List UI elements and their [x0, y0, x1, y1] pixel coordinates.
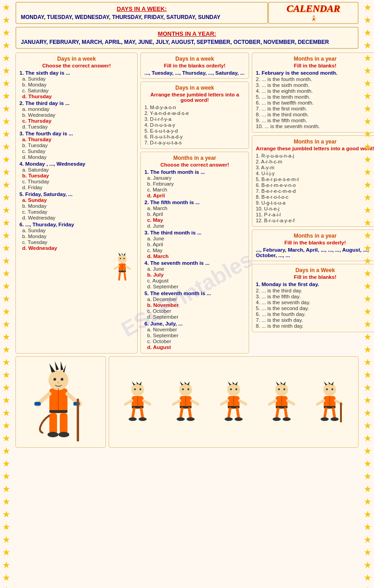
- star: ★: [364, 192, 372, 203]
- ex7-q2: 2. ... is the third day.: [256, 288, 374, 293]
- ex5-w5: 5. B-e-r-p-e-s-e-m-t: [256, 177, 374, 182]
- ex1-q2-a: a. monnday: [22, 106, 134, 112]
- star: ★: [2, 496, 10, 507]
- svg-marker-3: [313, 15, 313, 16]
- ex2-subtitle: Fill in the blanks orderly!: [144, 63, 245, 68]
- svg-point-7: [314, 17, 314, 17]
- goku-big-bottom: [15, 356, 106, 448]
- svg-point-77: [187, 417, 195, 421]
- ex5-w10: 10. U-n-e-j: [256, 206, 374, 211]
- star: ★: [364, 306, 372, 317]
- svg-line-36: [40, 394, 49, 402]
- svg-line-87: [221, 401, 228, 404]
- svg-line-22: [115, 266, 119, 269]
- exercise-5-box: Months in a year Arrange these jumbled l…: [252, 135, 374, 227]
- star: ★: [364, 293, 372, 304]
- exercise-2a-box: Days in a week Fill in the blanks orderl…: [140, 53, 249, 79]
- star: ★: [364, 103, 372, 114]
- svg-rect-35: [49, 410, 67, 413]
- star: ★: [2, 78, 10, 89]
- ex5-w9: 9. U-g-t-s-u-a: [256, 200, 374, 206]
- star: ★: [364, 91, 372, 101]
- svg-marker-5: [314, 15, 315, 16]
- svg-point-83: [235, 388, 237, 390]
- ex2b-subtitle: Arrange these jumbled letters into a goo…: [144, 92, 245, 103]
- svg-line-104: [277, 409, 278, 418]
- ex5-w7: 7. B-e-r-e-c-m-e-d: [256, 188, 374, 194]
- goku-small-fig-1: [122, 382, 153, 422]
- svg-line-58: [144, 401, 150, 404]
- svg-point-6: [313, 17, 314, 17]
- star: ★: [2, 217, 10, 228]
- svg-rect-41: [60, 413, 67, 434]
- ex1-q1-c: c. Saturday: [22, 88, 134, 93]
- ex3-q8: 8. ... is the third month.: [256, 112, 374, 117]
- ex4-title: Months in a year: [144, 155, 245, 161]
- svg-line-103: [288, 401, 294, 404]
- ex7-title: Days in a Week: [256, 267, 374, 273]
- star: ★: [364, 369, 372, 380]
- svg-line-73: [192, 401, 198, 404]
- svg-line-75: [189, 409, 191, 418]
- svg-point-107: [283, 417, 291, 421]
- star: ★: [2, 433, 10, 444]
- star: ★: [2, 2, 10, 13]
- ex1-title: Days in a week: [19, 56, 134, 62]
- star: ★: [364, 445, 372, 456]
- svg-line-59: [133, 409, 134, 418]
- svg-rect-11: [313, 19, 315, 20]
- star: ★: [2, 14, 10, 25]
- svg-point-27: [48, 370, 68, 390]
- star: ★: [364, 547, 372, 558]
- star: ★: [2, 40, 10, 51]
- star: ★: [364, 585, 372, 588]
- ex1-q1-a: a. Sunday: [22, 76, 134, 81]
- ex1-q5-b: b. Monday: [22, 203, 134, 209]
- svg-point-97: [278, 388, 280, 390]
- star: ★: [364, 407, 372, 418]
- star: ★: [2, 395, 10, 406]
- star: ★: [364, 167, 372, 177]
- star: ★: [2, 167, 10, 177]
- ex1-q1: 1. The sixth day is ...: [19, 70, 134, 76]
- ex7-q7: 7. ... is the sixth day.: [256, 317, 374, 323]
- ex5-w6: 6. B-e-r-m-e-v-n-o: [256, 182, 374, 188]
- goku-small-fig-4: [266, 382, 297, 422]
- goku-standing-big: [24, 357, 97, 447]
- ex2-prompt: ..., Tuesday, ..., Thursday, ..., Saturd…: [144, 70, 245, 76]
- star: ★: [364, 433, 372, 444]
- ex3-intro: 1. February is the second month.: [256, 70, 374, 76]
- star: ★: [2, 509, 10, 520]
- svg-point-92: [235, 417, 243, 421]
- svg-line-10: [314, 20, 315, 21]
- svg-point-76: [177, 417, 185, 421]
- ex3-subtitle: Fill in the blanks!: [256, 63, 374, 68]
- calendar-title: CALENDAR: [287, 3, 340, 14]
- svg-marker-30: [61, 361, 63, 370]
- star: ★: [2, 230, 10, 241]
- star: ★: [2, 331, 10, 342]
- star: ★: [2, 281, 10, 292]
- goku-small-fig-2: [170, 382, 201, 422]
- svg-point-122: [331, 417, 339, 421]
- months-section: MONTHS IN A YEAR: JANUARY, FEBRUARY, MAR…: [15, 27, 359, 49]
- star: ★: [364, 243, 372, 253]
- star: ★: [2, 369, 10, 380]
- svg-line-89: [229, 409, 230, 418]
- svg-line-117: [317, 401, 324, 404]
- star: ★: [364, 471, 372, 482]
- goku-small-1: [111, 253, 134, 284]
- svg-point-61: [129, 417, 137, 421]
- ex5-title: Months in a year: [256, 139, 374, 145]
- star: ★: [364, 559, 372, 570]
- ex2-title: Days in a week: [144, 56, 245, 62]
- ex1-q2: 2. The third day is ...: [19, 100, 134, 106]
- ex1-q6-a: a. Sunday: [22, 228, 134, 233]
- ex7-q4: 4. ... is the seventh day.: [256, 300, 374, 305]
- ex1-q4-a: a. Saturday: [22, 167, 134, 172]
- svg-marker-14: [118, 253, 121, 256]
- ex3-q7: 7. ... is the first month.: [256, 106, 374, 111]
- ex3-q4: 4. ... is the eighth month.: [256, 88, 374, 94]
- ex5-subtitle: Arrange these jumbled letters into a goo…: [256, 146, 374, 151]
- svg-marker-109: [324, 382, 327, 385]
